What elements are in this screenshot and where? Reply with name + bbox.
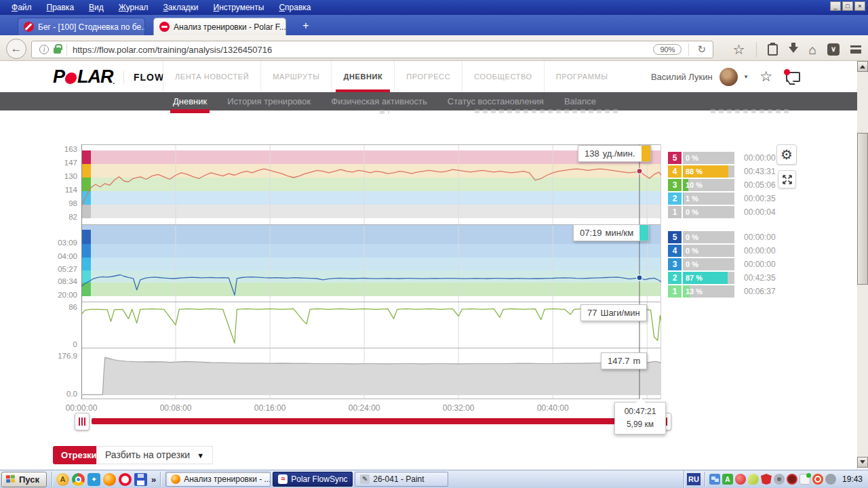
blue-app-icon[interactable]: ✦ bbox=[87, 473, 100, 486]
menubar-item-файл[interactable]: Файл bbox=[4, 1, 39, 14]
nav-item[interactable]: ПРОГРЕСС bbox=[394, 61, 462, 92]
menubar-item-справка[interactable]: Справка bbox=[271, 1, 318, 14]
zone-number: 5 bbox=[668, 152, 682, 164]
page-scrollbar[interactable] bbox=[857, 61, 868, 468]
downloads-icon[interactable] bbox=[789, 47, 798, 58]
subnav-item[interactable]: Физическая активность bbox=[321, 92, 437, 110]
diary-subnav: ДневникИстория тренировокФизическая акти… bbox=[0, 92, 857, 110]
target-icon[interactable] bbox=[812, 474, 823, 485]
home-icon[interactable]: ⌂ bbox=[809, 43, 816, 56]
darkred-icon[interactable] bbox=[787, 474, 797, 485]
nav-item[interactable]: ПРОГРАММЫ bbox=[544, 61, 620, 92]
scroll-down-button[interactable] bbox=[857, 457, 868, 468]
url-bar[interactable]: i https://flow.polar.com/training/analys… bbox=[31, 41, 713, 58]
menubar-item-вид[interactable]: Вид bbox=[81, 1, 111, 14]
polar-logo[interactable]: PLAR. bbox=[53, 66, 115, 87]
taskbar-app-flowsync[interactable]: ≈Polar FlowSync bbox=[273, 472, 353, 487]
nav-item[interactable]: ДНЕВНИК bbox=[331, 61, 394, 92]
tab-bar: Бег - [100] Стодневка по бе... × Анализ … bbox=[0, 15, 868, 35]
taskbar-app-paint[interactable]: ✎26-041 - Paint bbox=[355, 472, 448, 487]
chevron-down-icon: ▼ bbox=[197, 451, 204, 460]
chevron-down-icon[interactable]: ▾ bbox=[745, 73, 748, 80]
taskbar-app-firefox-mini[interactable]: Анализ тренировки - ... bbox=[165, 472, 271, 487]
language-indicator[interactable]: RU bbox=[687, 473, 701, 485]
new-tab-button[interactable]: + bbox=[297, 19, 315, 34]
url-text[interactable]: https://flow.polar.com/training/analysis… bbox=[73, 45, 653, 55]
fullscreen-button[interactable] bbox=[778, 170, 796, 188]
subnav-item[interactable]: Balance bbox=[554, 92, 606, 110]
cursor-time: 00:47:21 bbox=[616, 405, 664, 418]
webcam-icon[interactable] bbox=[774, 474, 785, 485]
zone-number: 3 bbox=[668, 179, 682, 191]
task-label: Polar FlowSync bbox=[291, 474, 347, 484]
lock-icon[interactable] bbox=[54, 47, 61, 54]
start-label: Пуск bbox=[19, 474, 39, 485]
site-info-icon[interactable]: i bbox=[39, 45, 49, 54]
scrollbar-thumb[interactable] bbox=[857, 133, 868, 285]
scroll-up-button[interactable] bbox=[857, 61, 868, 72]
nav-item[interactable]: СООБЩЕСТВО bbox=[462, 61, 544, 92]
tab-running-forum[interactable]: Бег - [100] Стодневка по бе... × bbox=[18, 18, 145, 35]
subnav-item[interactable]: Дневник bbox=[163, 92, 217, 110]
zone-bar: 0 % bbox=[683, 258, 734, 270]
minimize-button[interactable]: _ bbox=[830, 1, 841, 11]
zone-bar-fill bbox=[683, 192, 684, 205]
hamburger-menu-icon[interactable] bbox=[850, 45, 861, 54]
restore-button[interactable]: □ bbox=[842, 1, 853, 11]
zone-number: 2 bbox=[668, 192, 682, 205]
flowsync-icon: ≈ bbox=[278, 474, 288, 484]
shield-icon[interactable] bbox=[761, 474, 772, 485]
messages-icon[interactable] bbox=[786, 72, 800, 82]
zoom-level-badge[interactable]: 90% bbox=[653, 44, 682, 55]
zone-bar: 10 % bbox=[683, 179, 734, 191]
zone-row: 21 %00:00:35 bbox=[668, 192, 776, 205]
divider bbox=[160, 472, 161, 487]
tab-polar-analysis[interactable]: Анализ тренировки - Polar F... × bbox=[153, 18, 286, 35]
firefox-mini-icon bbox=[171, 474, 180, 484]
clock[interactable]: 19:43 bbox=[842, 474, 863, 484]
range-handle-left[interactable] bbox=[75, 413, 90, 430]
user-name[interactable]: Василий Лукин bbox=[651, 72, 713, 82]
menubar-item-правка[interactable]: Правка bbox=[39, 1, 82, 14]
heart-rate-axis-label: 130 bbox=[39, 172, 77, 180]
cadence-value: 77 bbox=[587, 308, 597, 318]
taskbar: Пуск A✦ » Анализ тренировки - ...≈Polar … bbox=[0, 470, 868, 488]
cursor-distance: 5,99 км bbox=[616, 418, 664, 431]
chrome-icon[interactable] bbox=[72, 473, 85, 486]
floppy-icon[interactable] bbox=[134, 473, 147, 486]
time-tick-label: 00:00:00 bbox=[58, 403, 105, 413]
back-button[interactable]: ← bbox=[6, 39, 26, 59]
red-dot-icon[interactable] bbox=[735, 474, 746, 485]
avatar[interactable] bbox=[719, 68, 738, 86]
lime-icon[interactable] bbox=[748, 474, 759, 485]
start-button[interactable]: Пуск bbox=[1, 472, 47, 487]
aimp-icon[interactable]: A bbox=[56, 473, 69, 486]
training-charts[interactable] bbox=[81, 144, 661, 399]
sync-icon[interactable] bbox=[800, 474, 810, 485]
subnav-item[interactable]: Статус восстановления bbox=[437, 92, 554, 110]
reload-icon[interactable]: ↻ bbox=[694, 43, 709, 56]
pocket-icon[interactable]: ∨ bbox=[827, 43, 840, 56]
speaker-icon[interactable] bbox=[825, 474, 836, 485]
antivirus-a-icon[interactable]: A bbox=[722, 474, 733, 485]
network-icon[interactable] bbox=[709, 474, 720, 485]
firefox-icon[interactable] bbox=[103, 473, 116, 486]
nav-item[interactable]: МАРШРУТЫ bbox=[260, 61, 331, 92]
settings-button[interactable]: ⚙ bbox=[776, 144, 797, 165]
menubar-item-инструменты[interactable]: Инструменты bbox=[206, 1, 272, 14]
zone-time: 00:00:35 bbox=[744, 192, 776, 205]
split-segments-dropdown[interactable]: Разбить на отрезки▼ bbox=[96, 446, 213, 464]
favorites-star-icon[interactable]: ☆ bbox=[760, 68, 772, 85]
clipped-content-fragment bbox=[380, 110, 389, 114]
zone-percent: 0 % bbox=[686, 231, 698, 243]
overflow-chevron[interactable]: » bbox=[149, 474, 158, 485]
menubar-item-закладки[interactable]: Закладки bbox=[156, 1, 206, 14]
opera-icon[interactable] bbox=[119, 473, 132, 486]
subnav-item[interactable]: История тренировок bbox=[217, 92, 321, 110]
menubar-item-журнал[interactable]: Журнал bbox=[111, 1, 156, 14]
nav-item[interactable]: ЛЕНТА НОВОСТЕЙ bbox=[163, 61, 260, 92]
bookmark-star-icon[interactable]: ☆ bbox=[733, 41, 745, 58]
close-button[interactable]: × bbox=[854, 1, 865, 11]
timeline-range-bar[interactable] bbox=[92, 418, 663, 424]
bookmarks-menu-icon[interactable] bbox=[768, 44, 778, 56]
